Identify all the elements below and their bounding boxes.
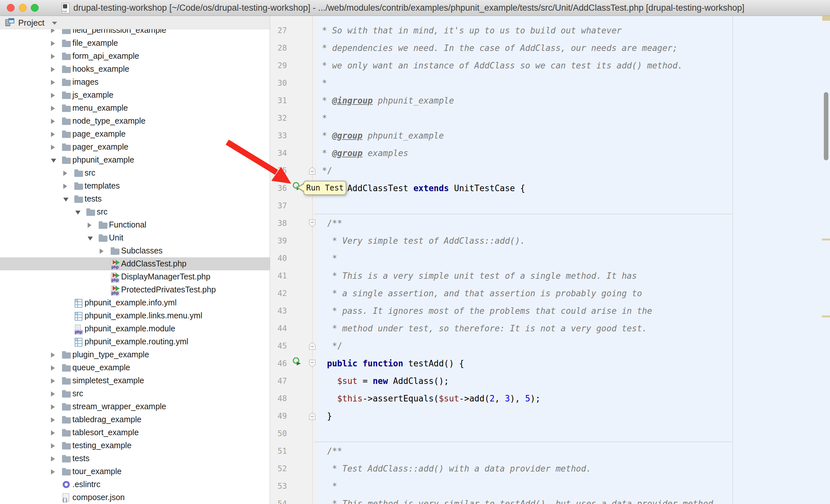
code-line-48[interactable]: $this->assertEquals($sut->add(2, 3), 5);: [317, 390, 540, 407]
line-number[interactable]: 48: [270, 390, 287, 407]
run-test-tooltip[interactable]: Run Test: [304, 181, 346, 195]
line-number[interactable]: 50: [270, 425, 287, 442]
tree-item-plugin-type-example[interactable]: plugin_type_example: [0, 348, 270, 361]
chevron-right-icon[interactable]: [51, 67, 55, 72]
chevron-right-icon[interactable]: [51, 443, 55, 448]
line-number[interactable]: 32: [270, 109, 287, 127]
line-number[interactable]: 37: [270, 197, 287, 214]
chevron-right-icon[interactable]: [51, 456, 55, 462]
code-line-28[interactable]: * dependencies we need. In the case of A…: [317, 39, 677, 57]
chevron-right-icon[interactable]: [51, 80, 55, 85]
close-window-button[interactable]: [7, 4, 14, 12]
code-line-31[interactable]: * @ingroup phpunit_example: [317, 92, 454, 109]
chevron-right-icon[interactable]: [51, 392, 55, 397]
chevron-right-icon[interactable]: [51, 352, 55, 358]
code-line-29[interactable]: * we only want an instance of AddClass s…: [317, 57, 683, 74]
line-number[interactable]: 33: [270, 127, 287, 144]
chevron-right-icon[interactable]: [51, 365, 55, 371]
tree-item-composer-json[interactable]: {}composer.json: [0, 491, 270, 504]
chevron-right-icon[interactable]: [63, 171, 67, 176]
tree-item-page-example[interactable]: page_example: [0, 128, 270, 140]
line-number[interactable]: 52: [270, 460, 287, 477]
tree-item-form-api-example[interactable]: form_api_example: [0, 49, 270, 63]
tree-item-unit[interactable]: Unit: [0, 231, 270, 244]
tree-item-hooks-example[interactable]: hooks_example: [0, 63, 270, 76]
maximize-window-button[interactable]: [31, 4, 39, 12]
line-number[interactable]: 28: [270, 39, 287, 57]
chevron-right-icon[interactable]: [51, 417, 55, 423]
chevron-right-icon[interactable]: [51, 469, 55, 474]
code-line-40[interactable]: *: [317, 249, 337, 267]
line-number[interactable]: 49: [270, 407, 287, 425]
chevron-right-icon[interactable]: [51, 54, 55, 59]
tree-item-phpunit-example[interactable]: phpunit_example: [0, 154, 270, 167]
code-line-41[interactable]: * This is a very simple unit test of a s…: [317, 267, 637, 284]
line-number[interactable]: 26: [270, 16, 287, 22]
error-stripe-mark[interactable]: [822, 238, 830, 240]
tree-item-js-example[interactable]: js_example: [0, 89, 270, 102]
project-panel-title[interactable]: Project: [18, 18, 44, 28]
project-toolwindow-icon[interactable]: [5, 18, 15, 27]
project-dropdown-chevron-icon[interactable]: [52, 22, 57, 25]
code-line-54[interactable]: * This method is very similar to testAdd…: [317, 495, 713, 504]
tree-item-menu-example[interactable]: menu_example: [0, 102, 270, 114]
line-number[interactable]: 42: [270, 284, 287, 302]
code-line-27[interactable]: * So with that in mind, it's up to us to…: [317, 22, 621, 39]
code-line-32[interactable]: *: [317, 109, 327, 127]
code-line-35[interactable]: */: [317, 162, 332, 179]
code-line-49[interactable]: }: [317, 407, 332, 425]
code-line-45[interactable]: */: [317, 337, 342, 355]
tree-item-addclasstest-php[interactable]: phpAddClassTest.php: [0, 257, 270, 270]
tree-item-node-type-example[interactable]: node_type_example: [0, 114, 270, 128]
chevron-right-icon[interactable]: [51, 93, 55, 98]
tree-item-src[interactable]: src: [0, 205, 270, 219]
tree-item-images[interactable]: images: [0, 76, 270, 89]
code-line-53[interactable]: *: [317, 477, 337, 495]
editor-scrollbar-thumb[interactable]: [824, 92, 828, 160]
line-number[interactable]: 53: [270, 477, 287, 495]
chevron-right-icon[interactable]: [51, 29, 55, 33]
line-number[interactable]: 31: [270, 92, 287, 109]
tree-item-src[interactable]: src: [0, 167, 270, 179]
chevron-down-icon[interactable]: [63, 198, 68, 202]
tree-item-functional[interactable]: Functional: [0, 219, 270, 231]
code-line-34[interactable]: * @group examples: [317, 144, 408, 162]
tree-item-tablesort-example[interactable]: tablesort_example: [0, 426, 270, 439]
tree-item-phpunit-example-routing-yml[interactable]: phpunit_example.routing.yml: [0, 335, 270, 348]
line-number[interactable]: 43: [270, 302, 287, 320]
run-test-gutter-icon[interactable]: [292, 357, 301, 366]
tree-item-displaymanagertest-php[interactable]: phpDisplayManagerTest.php: [0, 270, 270, 283]
tree-item-protectedprivatestest-php[interactable]: phpProtectedPrivatesTest.php: [0, 283, 270, 296]
tree-item-subclasses[interactable]: Subclasses: [0, 244, 270, 257]
code-line-51[interactable]: /**: [317, 442, 342, 460]
tree-item-tests[interactable]: tests: [0, 452, 270, 465]
line-number[interactable]: 44: [270, 320, 287, 337]
tree-item-stream-wrapper-example[interactable]: stream_wrapper_example: [0, 400, 270, 413]
line-number[interactable]: 39: [270, 232, 287, 249]
tree-item-queue-example[interactable]: queue_example: [0, 361, 270, 374]
code-line-39[interactable]: * Very simple test of AddClass::add().: [317, 232, 525, 249]
chevron-right-icon[interactable]: [51, 106, 55, 111]
chevron-right-icon[interactable]: [51, 404, 55, 409]
line-number[interactable]: 46: [270, 355, 287, 372]
tree-item-tests[interactable]: tests: [0, 193, 270, 205]
chevron-right-icon[interactable]: [51, 41, 55, 46]
chevron-right-icon[interactable]: [51, 119, 55, 124]
chevron-down-icon[interactable]: [75, 211, 81, 214]
tree-item-phpunit-example-module[interactable]: phpphpunit_example.module: [0, 322, 270, 335]
tree-item-tour-example[interactable]: tour_example: [0, 465, 270, 478]
chevron-right-icon[interactable]: [88, 223, 92, 228]
code-line-47[interactable]: $sut = new AddClass();: [317, 372, 449, 390]
line-number[interactable]: 47: [270, 372, 287, 390]
line-number[interactable]: 38: [270, 214, 287, 232]
line-number[interactable]: 30: [270, 74, 287, 92]
code-line-30[interactable]: *: [317, 74, 327, 92]
code-line-43[interactable]: * pass. It ignores most of the problems …: [317, 302, 652, 320]
tree-item-pager-example[interactable]: pager_example: [0, 140, 270, 154]
code-line-52[interactable]: * Test AddClass::add() with a data provi…: [317, 460, 591, 477]
line-number[interactable]: 35: [270, 162, 287, 179]
tree-item--eslintrc[interactable]: .eslintrc: [0, 478, 270, 491]
line-number[interactable]: 27: [270, 22, 287, 39]
chevron-right-icon[interactable]: [51, 132, 55, 137]
code-line-38[interactable]: /**: [317, 214, 342, 232]
